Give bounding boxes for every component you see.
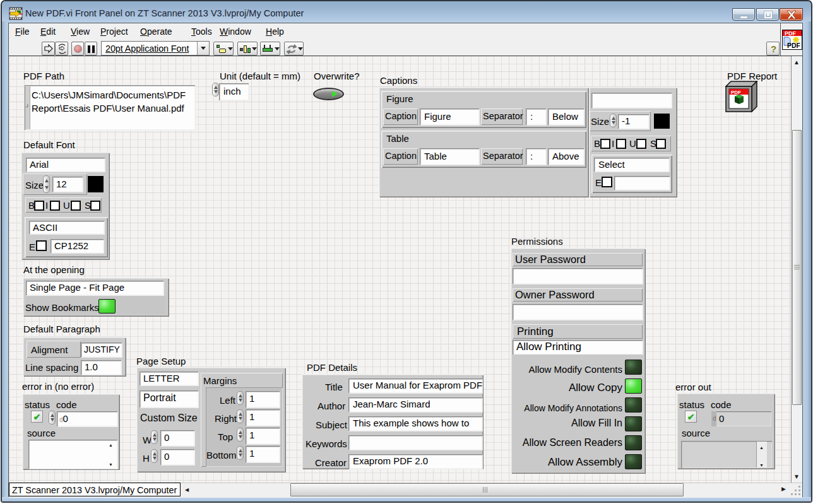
svg-text:PDF: PDF xyxy=(787,42,801,49)
svg-text:PDF: PDF xyxy=(785,30,797,37)
svg-text:PDF: PDF xyxy=(731,90,741,95)
